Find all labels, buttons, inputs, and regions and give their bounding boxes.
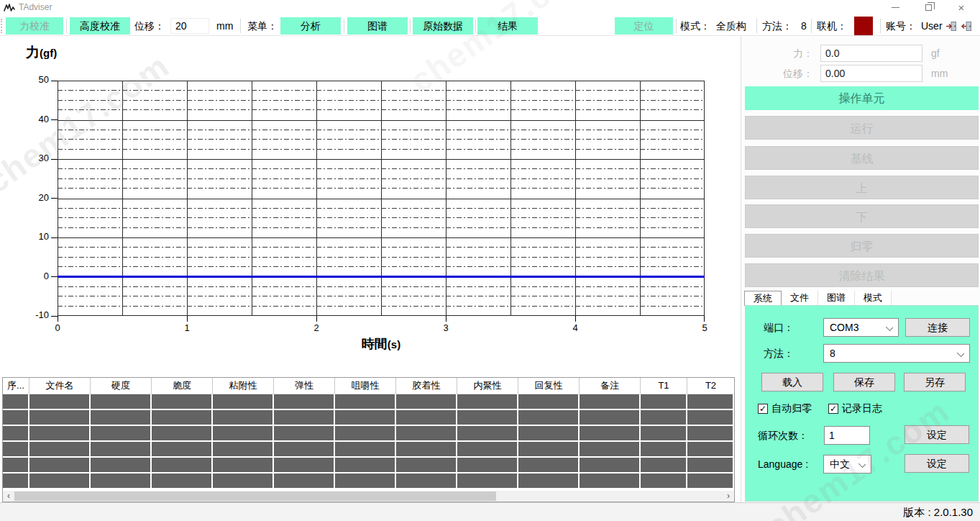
cycles-set-button[interactable]: 设定 [905,425,969,444]
column-header[interactable]: 内聚性 [457,378,518,394]
language-label: Language : [758,458,808,470]
maximize-button[interactable] [916,0,940,15]
major-gridline [58,159,705,160]
column-header[interactable]: T1 [641,378,687,394]
table-cell [274,410,335,426]
column-header[interactable]: 弹性 [274,378,335,394]
table-cell [29,410,91,426]
table-cell [152,410,213,426]
chart-plot-area: -1001020304050012345 [58,81,705,316]
column-header[interactable]: 胶着性 [396,378,457,394]
method-value: 8 [801,16,807,36]
table-cell [274,458,335,474]
clear-results-button[interactable]: 清除结果 [745,263,979,287]
auto-zero-checkbox[interactable]: ✓ [758,404,768,414]
minimize-icon [892,7,899,8]
table-cell [152,426,213,442]
maximize-icon [925,4,932,11]
language-select[interactable]: 中文 [823,455,871,474]
method-select[interactable]: 8 [823,344,970,363]
y-axis-title: 力(gf) [26,43,57,62]
port-select[interactable]: COM3 [823,318,899,337]
series-line [58,276,705,278]
table-row [3,442,734,458]
tab-file[interactable]: 文件 [782,291,818,306]
table-cell [641,394,687,410]
table-cell [396,410,457,426]
table-cell [335,394,396,410]
down-button[interactable]: 下 [745,204,979,228]
displacement-readout-unit: mm [931,65,948,82]
column-header[interactable]: T2 [687,378,734,394]
column-header[interactable]: 序... [3,378,29,394]
close-button[interactable]: × [949,0,974,15]
table-cell [213,426,274,442]
zero-button[interactable]: 归零 [745,234,979,258]
table-cell [335,458,396,474]
tab-graph[interactable]: 图谱 [818,291,855,306]
operate-unit-button[interactable]: 操作单元 [745,86,979,110]
tab-system[interactable]: 系统 [744,291,782,306]
table-cell [152,442,213,458]
save-as-button[interactable]: 另存 [904,373,966,391]
table-row [3,426,734,442]
column-header[interactable]: 备注 [580,378,641,394]
displacement-readout-input[interactable] [820,65,922,82]
connect-button[interactable]: 连接 [905,318,970,337]
y-tick-label: 40 [20,114,49,124]
major-gridline [58,315,705,316]
table-cell [29,426,91,442]
up-button[interactable]: 上 [745,176,979,199]
table-cell [457,458,518,474]
force-calibration-button[interactable]: 力校准 [6,17,63,35]
column-header[interactable]: 脆度 [152,378,213,394]
minimize-button[interactable] [883,0,907,15]
height-calibration-button[interactable]: 高度校准 [70,17,130,35]
analysis-button[interactable]: 分析 [280,17,341,35]
y-tick [51,276,58,277]
x-tick [187,316,188,322]
scroll-right-icon[interactable]: › [723,491,734,502]
cycles-input[interactable] [824,426,870,445]
table-header-row: 序...文件名硬度脆度粘附性弹性咀嚼性胶着性内聚性回复性备注T1T2 [3,378,734,394]
login-icon[interactable] [945,20,958,32]
app-logo-icon [4,2,15,14]
y-tick-label: 50 [20,74,49,85]
table-cell [213,442,274,458]
logout-icon[interactable] [961,20,973,32]
table-cell [213,458,274,474]
y-tick-label: 20 [20,192,49,203]
raw-data-button[interactable]: 原始数据 [413,17,473,35]
positioning-button[interactable]: 定位 [615,17,673,35]
scroll-left-icon[interactable]: ‹ [3,491,14,502]
method-select-label: 方法： [764,348,794,361]
table-cell [396,458,457,474]
force-readout-unit: gf [931,45,940,62]
language-set-button[interactable]: 设定 [905,454,969,473]
tab-mode[interactable]: 模式 [855,291,892,306]
table-cell [91,442,152,458]
result-button[interactable]: 结果 [477,17,538,35]
force-readout-input[interactable] [820,45,922,62]
table-cell [91,458,152,474]
graph-button[interactable]: 图谱 [347,17,408,35]
x-tick [316,316,317,322]
table-cell [457,474,518,489]
table-cell [29,458,91,474]
horizontal-scrollbar[interactable]: ‹ › [3,491,734,502]
displacement-input[interactable] [170,18,209,34]
scrollbar-thumb[interactable] [14,491,496,501]
x-tick-label: 3 [435,322,457,333]
save-button[interactable]: 保存 [833,373,895,391]
record-log-checkbox[interactable]: ✓ [828,404,838,414]
column-header[interactable]: 回复性 [518,378,580,394]
column-header[interactable]: 咀嚼性 [335,378,396,394]
baseline-button[interactable]: 基线 [745,146,979,170]
separator [676,19,677,33]
load-button[interactable]: 载入 [761,373,823,391]
run-button[interactable]: 运行 [745,116,979,140]
column-header[interactable]: 粘附性 [213,378,274,394]
column-header[interactable]: 文件名 [29,378,91,394]
column-header[interactable]: 硬度 [91,378,152,394]
separator [880,19,881,33]
